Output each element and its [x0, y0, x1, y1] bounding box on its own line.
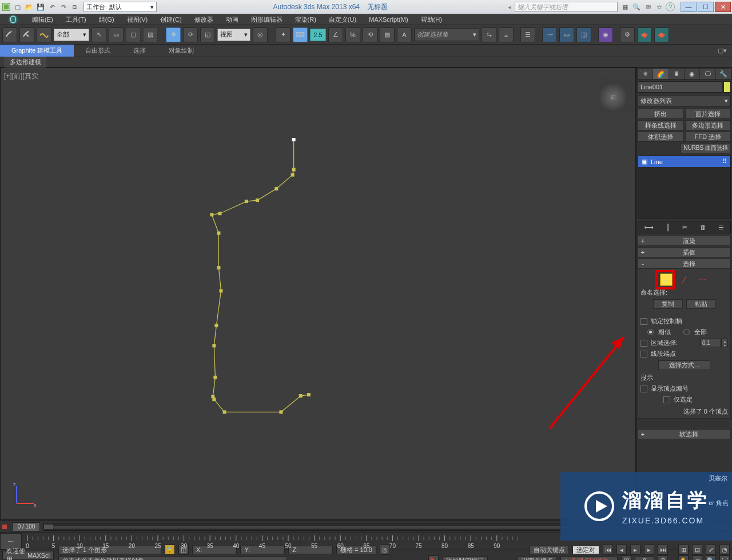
zoom-ext-icon[interactable]: ⤢ — [706, 545, 716, 555]
communication-icon[interactable]: ✉ — [643, 2, 653, 12]
select-by-button[interactable]: 选择方式... — [658, 360, 710, 370]
percent-snap-icon[interactable]: % — [345, 27, 360, 42]
pan-icon[interactable]: ✋ — [678, 555, 689, 560]
maximize-button[interactable]: ☐ — [698, 2, 714, 12]
tab-create-icon[interactable]: ✳ — [638, 69, 653, 79]
selection-filter[interactable]: 全部▾ — [54, 29, 89, 41]
minimize-button[interactable]: — — [681, 2, 697, 12]
scale-tool-icon[interactable]: ◱ — [200, 27, 215, 42]
menu-create[interactable]: 创建(C) — [154, 14, 187, 25]
area-check[interactable] — [640, 340, 647, 347]
rollout-interp[interactable]: +插值 — [638, 247, 731, 257]
menu-animation[interactable]: 动画 — [220, 14, 244, 25]
schematic-icon[interactable]: ◫ — [576, 27, 591, 42]
menu-edit[interactable]: 编辑(E) — [26, 14, 59, 25]
add-time-tag[interactable]: 添加时间标记 — [442, 557, 488, 561]
undo-icon[interactable]: ↶ — [47, 2, 57, 12]
prev-frame-icon[interactable]: ◂ — [616, 545, 627, 555]
goto-end-icon[interactable]: ⏭ — [658, 545, 668, 555]
pin-stack-icon[interactable]: ⟼ — [645, 224, 654, 231]
menu-rendering[interactable]: 渲染(R) — [289, 14, 322, 25]
material-editor-icon[interactable]: ◉ — [598, 27, 613, 42]
viewport-max-icon[interactable]: ⊡ — [692, 545, 702, 555]
keyboard-shortcut-icon[interactable]: ⌨ — [293, 27, 308, 42]
btn-ffdsel[interactable]: FFD 选择 — [685, 132, 731, 142]
all-radio[interactable] — [683, 329, 690, 335]
expand-icon[interactable]: ▣ — [642, 158, 647, 165]
snap-value[interactable]: 2.5 — [310, 29, 326, 41]
tab-hierarchy-icon[interactable]: ♜ — [669, 69, 684, 79]
ribbon-tab-graphite[interactable]: Graphite 建模工具 — [0, 45, 74, 57]
menu-grapheditors[interactable]: 图形编辑器 — [245, 14, 288, 25]
tab-display-icon[interactable]: 🖵 — [700, 69, 715, 79]
menu-modifiers[interactable]: 修改器 — [189, 14, 219, 25]
layers-icon[interactable]: ☰ — [520, 27, 535, 42]
lock-handles-check[interactable] — [640, 318, 647, 325]
chevron-left-icon[interactable]: ◂ — [504, 2, 515, 12]
select-crossing-icon[interactable]: ▨ — [143, 27, 158, 42]
render-prod-icon[interactable]: 🫖 — [654, 27, 669, 42]
rollout-softsel[interactable]: +软选择 — [638, 429, 731, 439]
object-name-field[interactable] — [638, 81, 722, 93]
ribbon-tab-select[interactable]: 选择 — [122, 45, 157, 57]
search-field[interactable]: 键入关键字或短语 — [515, 2, 618, 12]
segend-check[interactable] — [640, 351, 647, 358]
ribbon-min-icon[interactable]: ▢▾ — [717, 46, 727, 56]
favorite-icon[interactable]: ☆ — [654, 2, 665, 12]
goto-start-icon[interactable]: ⏮ — [603, 545, 613, 555]
select-object-icon[interactable]: ↖ — [92, 27, 106, 42]
rollout-render[interactable]: +渲染 — [638, 236, 731, 246]
menu-group[interactable]: 组(G) — [93, 14, 120, 25]
tab-utilities-icon[interactable]: 🔧 — [716, 69, 731, 79]
save-icon[interactable]: 💾 — [35, 2, 46, 12]
btn-volsel[interactable]: 体积选择 — [638, 132, 684, 142]
remove-mod-icon[interactable]: 🗑 — [700, 224, 706, 231]
configure-icon[interactable]: ☰ — [718, 224, 724, 231]
bind-space-warp-icon[interactable] — [37, 27, 51, 42]
select-window-icon[interactable]: ▢ — [126, 27, 141, 42]
render-frame-icon[interactable]: 🫖 — [637, 27, 652, 42]
angle-snap-icon[interactable]: ∠ — [328, 27, 343, 42]
move-tool-icon[interactable]: ✥ — [166, 27, 181, 42]
dope-sheet-icon[interactable]: ▭ — [559, 27, 574, 42]
setkey-button[interactable]: 设置关键点 — [518, 557, 557, 561]
btn-splinesel[interactable]: 样条线选择 — [638, 120, 684, 130]
ribbon-panel-label[interactable]: 多边形建模 — [5, 57, 46, 67]
subobj-segment-icon[interactable]: ╱ — [678, 273, 691, 286]
orbit-icon[interactable]: ⟲ — [692, 555, 702, 560]
key-mode-icon[interactable]: ⦿ — [621, 555, 631, 560]
open-icon[interactable]: 📂 — [24, 2, 34, 12]
app-menu-icon[interactable] — [1, 2, 11, 12]
btn-nurbs-sel[interactable]: NURBS 曲面选择 — [681, 143, 731, 153]
time-config-icon[interactable]: ⏱ — [658, 555, 668, 560]
selset-dropdown[interactable]: 选定对 — [572, 546, 599, 554]
align-icon[interactable]: ≡ — [499, 27, 514, 42]
ribbon-tab-freeform[interactable]: 自由形式 — [74, 45, 122, 57]
app-icon[interactable] — [3, 14, 23, 25]
time-slider[interactable]: 0 / 100 — [13, 522, 40, 531]
spinner-snap-icon[interactable]: ⟲ — [363, 27, 377, 42]
unlink-tool-icon[interactable] — [19, 27, 34, 42]
menu-help[interactable]: 帮助(H) — [415, 14, 448, 25]
search-icon[interactable]: 🔍 — [631, 2, 642, 12]
select-rect-icon[interactable]: ▭ — [109, 27, 124, 42]
ribbon-tab-objpaint[interactable]: 对象绘制 — [157, 45, 205, 57]
btn-polysel[interactable]: 多边形选择 — [685, 120, 731, 130]
render-setup-icon[interactable]: ⚙ — [620, 27, 635, 42]
fov-icon[interactable]: ◔ — [719, 545, 730, 555]
stack-menu-icon[interactable]: ⠿ — [722, 158, 727, 165]
modifier-list[interactable]: 修改器列表▾ — [638, 95, 731, 106]
rollout-select[interactable]: -选择 — [638, 259, 731, 269]
named-selection-set[interactable]: 创建选择集▾ — [414, 29, 479, 41]
zoom-icon[interactable]: 🔍 — [706, 555, 716, 560]
next-frame-icon[interactable]: ▸ — [644, 545, 654, 555]
copy-sel-button[interactable]: 复制 — [653, 299, 683, 309]
frame-field[interactable]: 0 — [635, 557, 654, 561]
color-swatch[interactable] — [723, 81, 731, 93]
ref-coord-system[interactable]: 视图▾ — [217, 29, 250, 41]
link-icon[interactable]: ⧉ — [70, 2, 80, 12]
tab-modify-icon[interactable]: 🌈 — [653, 69, 668, 79]
subobj-spline-icon[interactable]: 〰 — [697, 273, 709, 286]
close-button[interactable]: ✕ — [715, 2, 731, 12]
tag-icon[interactable]: 🔖 — [428, 555, 439, 560]
